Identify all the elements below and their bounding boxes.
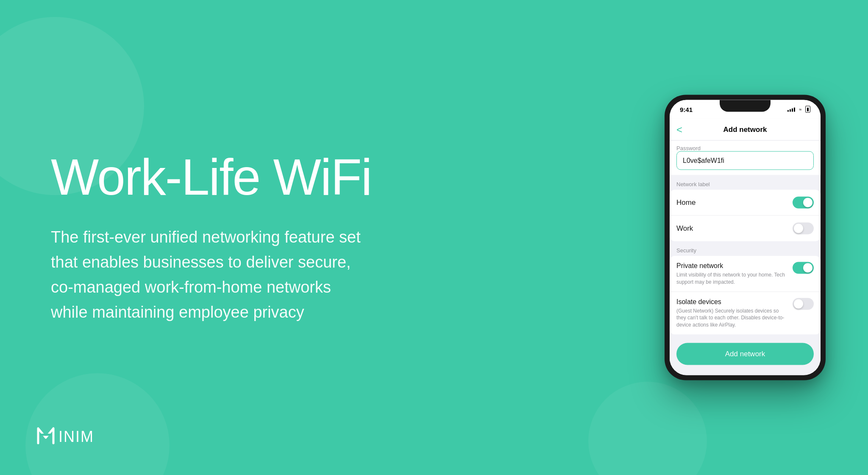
nav-bar: < Add network [670,119,821,141]
notch [720,100,771,112]
status-bar: 9:41 ≈ ▮ [670,100,821,119]
signal-bar-1 [787,110,789,112]
network-item-work: Work [670,216,821,241]
private-network-toggle[interactable] [793,262,814,274]
isolate-devices-item: Isolate devices (Guest Network) Securely… [670,292,821,334]
signal-bars [787,107,795,112]
phone-container: 9:41 ≈ ▮ < Add network [665,95,826,380]
add-network-button[interactable]: Add network [676,343,814,365]
phone-frame: 9:41 ≈ ▮ < Add network [665,95,826,380]
minim-logo: INIM [34,420,119,450]
isolate-devices-text: Isolate devices (Guest Network) Securely… [676,298,787,328]
nav-title: Add network [723,125,767,134]
isolate-devices-desc: (Guest Network) Securely isolates device… [676,307,787,328]
work-toggle-thumb [794,224,803,233]
password-label: Password [670,141,821,151]
bg-shape-right [588,382,707,475]
status-icons: ≈ ▮ [787,106,810,112]
security-section: Private network Limit visibility of this… [670,256,821,335]
private-network-desc: Limit visibility of this network to your… [676,271,787,286]
network-work-label: Work [676,224,693,233]
add-network-section: Add network [670,334,821,375]
isolate-devices-toggle-thumb [794,299,803,308]
main-title: Work-Life WiFi [51,150,381,204]
subtitle: The first-ever unified networking featur… [51,225,364,325]
battery-status-icon: ▮ [805,106,810,112]
password-section: Password [670,141,821,175]
wifi-status-icon: ≈ [799,107,801,112]
left-content: Work-Life WiFi The first-ever unified ne… [34,0,398,475]
isolate-devices-title: Isolate devices [676,298,787,305]
security-section-header: Security [670,241,821,256]
signal-bar-2 [790,109,791,112]
network-label-section: Home Work [670,190,821,241]
network-home-label: Home [676,198,696,207]
app-content: Password Network label Home Wor [670,141,821,375]
network-item-home: Home [670,190,821,216]
status-time: 9:41 [680,106,693,113]
svg-text:INIM: INIM [58,428,94,445]
private-network-item: Private network Limit visibility of this… [670,256,821,292]
phone-screen: 9:41 ≈ ▮ < Add network [670,100,821,375]
network-label-section-header: Network label [670,175,821,190]
password-input-container [670,151,821,175]
private-network-text: Private network Limit visibility of this… [676,262,787,286]
home-toggle[interactable] [793,197,814,209]
isolate-devices-toggle[interactable] [793,298,814,310]
private-network-title: Private network [676,262,787,270]
back-button[interactable]: < [676,123,682,135]
work-toggle[interactable] [793,223,814,235]
private-network-toggle-thumb [803,263,812,273]
logo-container: INIM [34,420,119,450]
signal-bar-4 [794,108,795,112]
home-toggle-thumb [803,198,812,207]
signal-bar-3 [792,109,793,112]
password-input[interactable] [676,151,814,170]
